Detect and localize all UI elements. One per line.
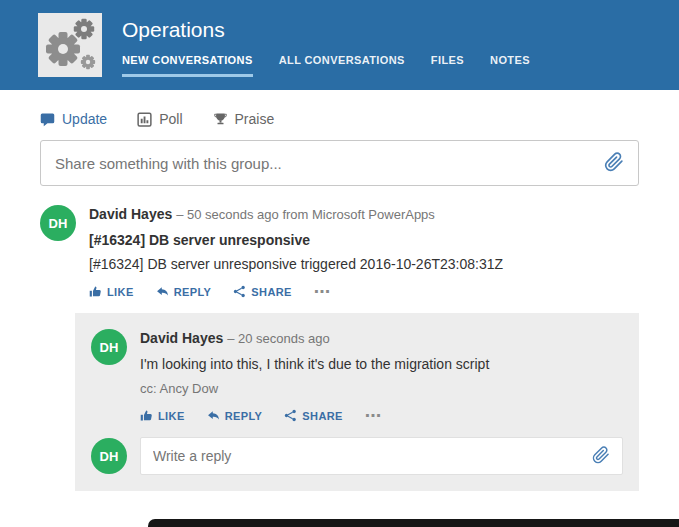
post-body: David Hayes – 50 seconds ago from Micros… — [89, 205, 639, 298]
avatar[interactable]: DH — [91, 438, 127, 474]
reply-label: REPLY — [225, 410, 263, 422]
share-icon — [284, 409, 297, 422]
like-button[interactable]: LIKE — [89, 285, 134, 298]
tab-update[interactable]: Update — [40, 111, 107, 127]
avatar[interactable]: DH — [40, 205, 76, 241]
reply-button[interactable]: REPLY — [207, 409, 263, 422]
reply-input[interactable] — [153, 448, 592, 464]
thumbs-up-icon — [140, 409, 153, 422]
group-avatar[interactable] — [38, 13, 102, 77]
paperclip-icon — [604, 152, 624, 175]
share-button[interactable]: SHARE — [284, 409, 343, 422]
conversation-post: DH David Hayes – 50 seconds ago from Mic… — [40, 205, 639, 298]
tab-poll-label: Poll — [159, 111, 182, 127]
composer-box — [40, 140, 639, 186]
more-icon: ⋯ — [365, 411, 382, 421]
reply-arrow-icon — [156, 285, 169, 298]
reply-button[interactable]: REPLY — [156, 285, 212, 298]
poll-chart-icon — [137, 112, 152, 127]
group-feed-page: Operations NEW CONVERSATIONS ALL CONVERS… — [0, 0, 679, 527]
reply-thread: DH David Hayes – 20 seconds ago I'm look… — [75, 313, 639, 491]
header-tab-bar: NEW CONVERSATIONS ALL CONVERSATIONS FILE… — [122, 54, 530, 77]
reply-input-box — [140, 437, 623, 475]
reply-post: DH David Hayes – 20 seconds ago I'm look… — [91, 329, 623, 422]
like-label: LIKE — [107, 286, 134, 298]
author-link[interactable]: David Hayes — [89, 206, 172, 222]
tab-files[interactable]: FILES — [431, 54, 464, 77]
post-action-bar: LIKE REPLY SHARE ⋯ — [89, 285, 639, 298]
reply-meta: – 20 seconds ago — [227, 331, 330, 346]
reply-action-bar: LIKE REPLY SHARE — [140, 409, 623, 422]
share-label: SHARE — [302, 410, 343, 422]
reply-arrow-icon — [207, 409, 220, 422]
share-label: SHARE — [251, 286, 292, 298]
speech-bubble-icon — [40, 112, 55, 127]
author-link[interactable]: David Hayes — [140, 330, 223, 346]
background-window-edge — [148, 519, 679, 527]
avatar[interactable]: DH — [91, 329, 127, 365]
post-meta: – 50 seconds ago from Microsoft PowerApp… — [176, 207, 435, 222]
more-button[interactable]: ⋯ — [314, 287, 331, 297]
tab-update-label: Update — [62, 111, 107, 127]
attach-button[interactable] — [604, 152, 624, 175]
paperclip-icon — [592, 446, 610, 467]
group-header: Operations NEW CONVERSATIONS ALL CONVERS… — [0, 0, 679, 90]
tab-praise-label: Praise — [235, 111, 275, 127]
tab-notes[interactable]: NOTES — [490, 54, 530, 77]
tab-new-conversations[interactable]: NEW CONVERSATIONS — [122, 54, 253, 77]
cc-line: cc: Ancy Dow — [140, 381, 623, 396]
tab-poll[interactable]: Poll — [137, 111, 182, 127]
more-icon: ⋯ — [314, 287, 331, 297]
composer-type-tabs: Update Poll Praise — [40, 111, 679, 127]
post-title: [#16324] DB server unresponsive — [89, 232, 639, 248]
thumbs-up-icon — [89, 285, 102, 298]
header-main: Operations NEW CONVERSATIONS ALL CONVERS… — [122, 0, 530, 90]
share-icon — [233, 285, 246, 298]
page-title: Operations — [122, 18, 530, 42]
reply-body: David Hayes – 20 seconds ago I'm looking… — [140, 329, 623, 422]
tab-praise[interactable]: Praise — [213, 111, 275, 127]
more-button[interactable]: ⋯ — [365, 411, 382, 421]
reply-text: I'm looking into this, I think it's due … — [140, 356, 623, 372]
share-button[interactable]: SHARE — [233, 285, 292, 298]
attach-button[interactable] — [592, 446, 610, 467]
like-button[interactable]: LIKE — [140, 409, 185, 422]
trophy-icon — [213, 112, 228, 127]
post-text: [#16324] DB server unresponsive triggere… — [89, 256, 639, 272]
reply-byline: David Hayes – 20 seconds ago — [140, 329, 623, 348]
composer-input[interactable] — [55, 155, 604, 172]
reply-label: REPLY — [174, 286, 212, 298]
post-byline: David Hayes – 50 seconds ago from Micros… — [89, 205, 639, 224]
reply-composer: DH — [91, 437, 623, 475]
tab-all-conversations[interactable]: ALL CONVERSATIONS — [279, 54, 405, 77]
gears-icon — [38, 13, 102, 77]
like-label: LIKE — [158, 410, 185, 422]
